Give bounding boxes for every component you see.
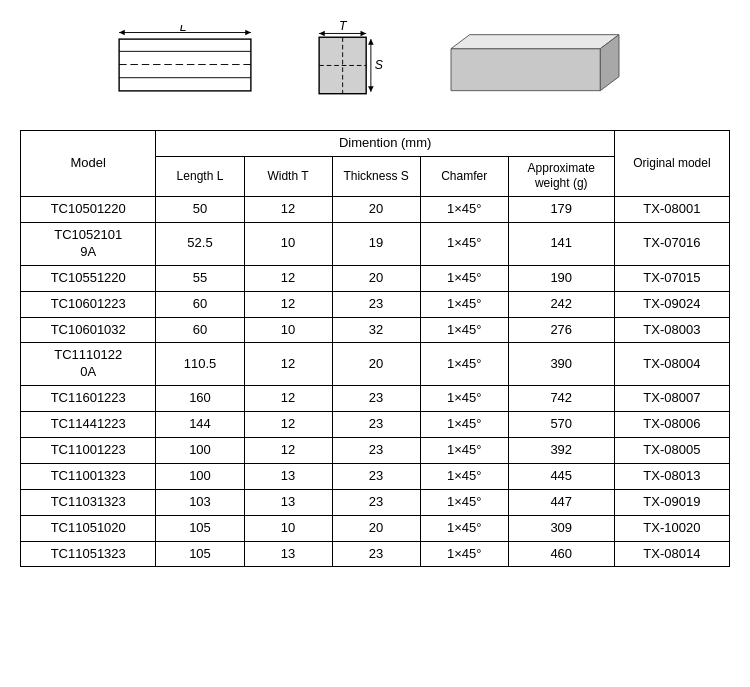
cell-weight: 179 [508,197,614,223]
cell-model: TC11001323 [21,463,156,489]
cell-width: 12 [244,197,332,223]
cell-width: 13 [244,463,332,489]
cell-length: 100 [156,463,244,489]
cell-width: 12 [244,437,332,463]
cell-original: TX-08007 [614,386,729,412]
specs-table: Model Dimention (mm) Original model Leng… [20,130,730,567]
cell-weight: 570 [508,412,614,438]
diagram-area: L T S [10,10,740,130]
cell-length: 50 [156,197,244,223]
cell-model: TC10601223 [21,291,156,317]
table-row: TC1100122310012231×45°392TX-08005 [21,437,730,463]
svg-marker-15 [368,39,374,45]
table-row: TC106012236012231×45°242TX-09024 [21,291,730,317]
cell-original: TX-08006 [614,412,729,438]
svg-marker-20 [451,35,619,49]
cell-thickness: 23 [332,541,420,567]
cell-weight: 390 [508,343,614,386]
table-row: TC1144122314412231×45°570TX-08006 [21,412,730,438]
cell-original: TX-08013 [614,463,729,489]
table-row: TC1100132310013231×45°445TX-08013 [21,463,730,489]
cell-weight: 742 [508,386,614,412]
cell-chamfer: 1×45° [420,489,508,515]
cell-model: TC10501220 [21,197,156,223]
cell-original: TX-08005 [614,437,729,463]
svg-marker-19 [451,49,600,91]
cell-weight: 309 [508,515,614,541]
header-width: Width T [244,156,332,196]
cell-length: 60 [156,291,244,317]
svg-text:T: T [339,20,348,33]
cell-weight: 447 [508,489,614,515]
svg-marker-2 [245,30,251,36]
cell-width: 10 [244,515,332,541]
cell-length: 55 [156,265,244,291]
cell-chamfer: 1×45° [420,386,508,412]
cell-width: 10 [244,317,332,343]
cell-weight: 190 [508,265,614,291]
cell-model: TC11051323 [21,541,156,567]
table-row: TC1105102010510201×45°309TX-10020 [21,515,730,541]
cell-original: TX-08003 [614,317,729,343]
cell-weight: 141 [508,222,614,265]
cell-width: 13 [244,489,332,515]
cell-original: TX-10020 [614,515,729,541]
cell-original: TX-08001 [614,197,729,223]
cell-length: 103 [156,489,244,515]
cell-model: TC11601223 [21,386,156,412]
table-row: TC105012205012201×45°179TX-08001 [21,197,730,223]
cell-model: TC10551220 [21,265,156,291]
cell-length: 144 [156,412,244,438]
cell-thickness: 23 [332,386,420,412]
header-approx-weight: Approximate weight (g) [508,156,614,196]
cell-chamfer: 1×45° [420,515,508,541]
cell-model: TC10521019A [21,222,156,265]
cross-section-diagram: T S [305,20,385,110]
table-row: TC1160122316012231×45°742TX-08007 [21,386,730,412]
table-row: TC1105132310513231×45°460TX-08014 [21,541,730,567]
cell-width: 13 [244,541,332,567]
cell-original: TX-09019 [614,489,729,515]
cell-width: 10 [244,222,332,265]
cell-width: 12 [244,343,332,386]
cell-original: TX-08014 [614,541,729,567]
cell-original: TX-07016 [614,222,729,265]
cell-weight: 276 [508,317,614,343]
cell-width: 12 [244,412,332,438]
header-original-model: Original model [614,131,729,197]
cell-length: 60 [156,317,244,343]
side-view-diagram: L [105,25,265,105]
table-container: Model Dimention (mm) Original model Leng… [10,130,740,567]
cell-width: 12 [244,291,332,317]
cell-width: 12 [244,265,332,291]
cell-chamfer: 1×45° [420,317,508,343]
cell-thickness: 23 [332,291,420,317]
header-model: Model [21,131,156,197]
header-thickness: Thickness S [332,156,420,196]
cell-model: TC11051020 [21,515,156,541]
cell-length: 105 [156,515,244,541]
cell-length: 160 [156,386,244,412]
svg-marker-1 [119,30,125,36]
svg-rect-4 [119,39,251,91]
table-row: TC1103132310313231×45°447TX-09019 [21,489,730,515]
svg-marker-10 [319,31,325,37]
cell-thickness: 32 [332,317,420,343]
cell-chamfer: 1×45° [420,265,508,291]
cell-original: TX-07015 [614,265,729,291]
cell-length: 52.5 [156,222,244,265]
cell-thickness: 20 [332,515,420,541]
table-row: TC10521019A52.510191×45°141TX-07016 [21,222,730,265]
table-row: TC11101220A110.512201×45°390TX-08004 [21,343,730,386]
cell-model: TC10601032 [21,317,156,343]
cell-original: TX-08004 [614,343,729,386]
cell-chamfer: 1×45° [420,197,508,223]
cell-thickness: 23 [332,412,420,438]
cell-weight: 460 [508,541,614,567]
cell-chamfer: 1×45° [420,291,508,317]
svg-text:L: L [180,25,187,34]
svg-marker-11 [361,31,367,37]
cell-thickness: 20 [332,197,420,223]
cell-weight: 392 [508,437,614,463]
cell-model: TC11441223 [21,412,156,438]
